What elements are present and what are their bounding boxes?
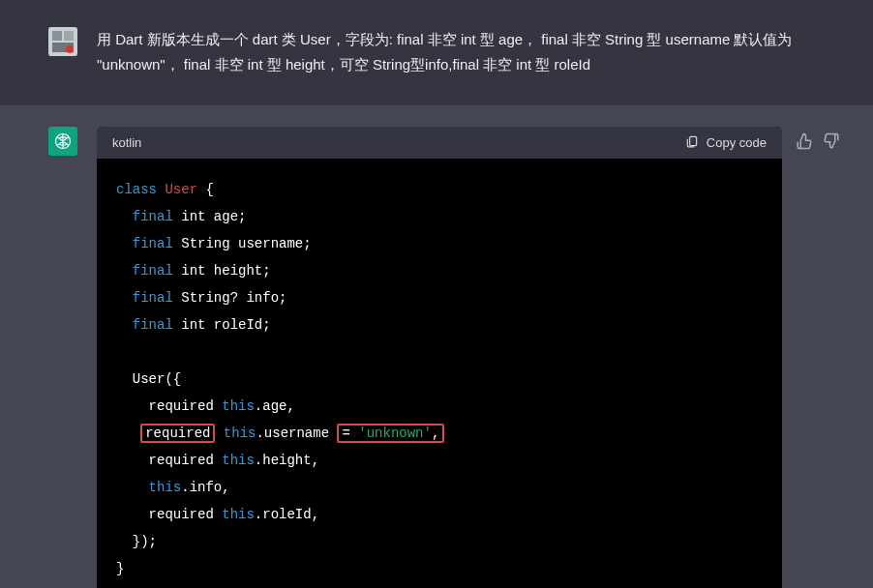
keyword: final (133, 317, 173, 333)
type: int (181, 209, 205, 224)
keyword: required (149, 453, 214, 468)
string-literal: 'unknown' (358, 426, 432, 441)
class-name: User (165, 182, 197, 197)
keyword: this (222, 453, 255, 468)
keyword: this (149, 480, 182, 495)
constructor: User (133, 371, 166, 387)
type: int (181, 317, 205, 333)
code-header: kotlin Copy code (97, 127, 782, 159)
field: age (262, 398, 286, 414)
keyword: required (145, 426, 210, 441)
keyword: required (149, 507, 214, 522)
highlight-box: = 'unknown', (337, 424, 444, 443)
copy-code-button[interactable]: Copy code (685, 134, 767, 151)
keyword: this (222, 507, 255, 522)
assistant-avatar (48, 127, 77, 156)
user-avatar (48, 27, 77, 56)
field: username (238, 236, 303, 251)
user-message-text: 用 Dart 新版本生成一个 dart 类 User，字段为: final 非空… (97, 27, 813, 78)
field: roleId (262, 507, 311, 522)
feedback-buttons (796, 127, 840, 589)
code-content: class User { final int age; final String… (97, 159, 782, 589)
assistant-message-row: kotlin Copy code class User { final int … (0, 105, 873, 589)
keyword: class (116, 182, 157, 197)
field: info (190, 480, 223, 495)
keyword: final (133, 263, 173, 279)
thumbs-up-icon[interactable] (796, 132, 813, 150)
copy-code-label: Copy code (707, 135, 767, 150)
keyword: required (149, 398, 214, 414)
field: info (246, 290, 279, 306)
type: String (181, 236, 229, 251)
keyword: final (133, 209, 173, 224)
svg-point-4 (66, 45, 74, 53)
svg-rect-2 (64, 31, 74, 41)
field: height (262, 453, 311, 468)
thumbs-down-icon[interactable] (823, 132, 840, 150)
keyword: final (133, 290, 173, 306)
highlight-box: required (140, 424, 215, 443)
clipboard-icon (685, 134, 699, 151)
user-message-row: 用 Dart 新版本生成一个 dart 类 User，字段为: final 非空… (0, 0, 873, 105)
field: age (214, 209, 238, 224)
svg-rect-1 (52, 31, 62, 41)
keyword: final (133, 236, 173, 251)
field: username (264, 426, 329, 441)
field: height (214, 263, 262, 279)
field: roleId (214, 317, 262, 333)
type: int (181, 263, 205, 279)
type: String? (181, 290, 238, 306)
keyword: this (224, 426, 256, 441)
code-block: kotlin Copy code class User { final int … (97, 127, 782, 589)
keyword: this (222, 398, 255, 414)
code-language-label: kotlin (112, 135, 141, 150)
svg-rect-6 (690, 136, 697, 145)
